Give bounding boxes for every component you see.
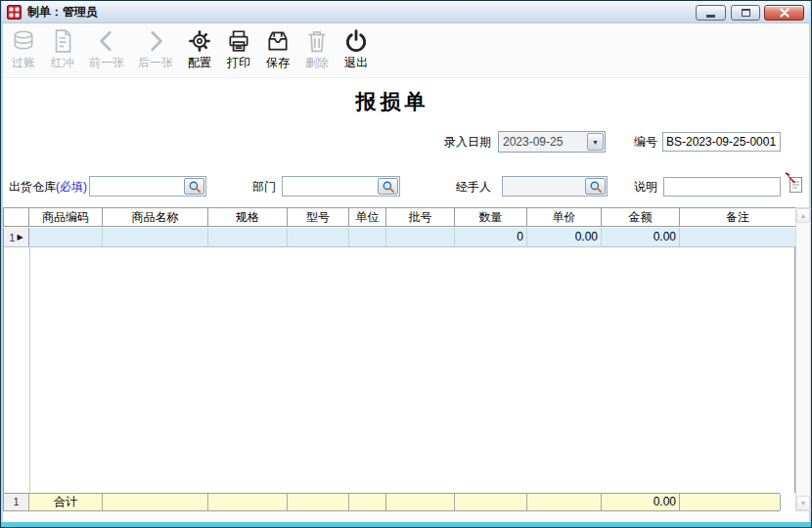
scroll-down-button[interactable]: ▼: [796, 496, 810, 510]
minimize-button[interactable]: [696, 5, 726, 21]
total-cell: [455, 494, 527, 510]
total-cell: [208, 494, 288, 510]
total-cell: [386, 494, 455, 510]
handler-lookup-button[interactable]: [585, 178, 606, 195]
cell-model[interactable]: [288, 228, 349, 246]
column-header: 型号: [288, 208, 349, 226]
magnifier-icon: [382, 180, 395, 194]
note-label: 说明: [634, 176, 657, 198]
minimize-icon: [706, 15, 715, 18]
cell-remark[interactable]: [680, 228, 796, 246]
total-cell: [288, 494, 349, 510]
cell-unit-price[interactable]: 0.00: [527, 228, 602, 246]
cell-amount[interactable]: 0.00: [602, 228, 680, 246]
row-selector-corner: [4, 208, 29, 226]
total-row-number: 1: [4, 494, 29, 510]
column-header: 单价: [527, 208, 602, 226]
chevron-down-icon: ▼: [592, 139, 599, 146]
close-icon: [780, 8, 789, 18]
column-header: 批号: [386, 208, 455, 226]
department-input[interactable]: [282, 176, 400, 197]
cell-product-name[interactable]: [103, 228, 208, 246]
edit-note-icon[interactable]: [785, 172, 804, 195]
column-header: 数量: [455, 208, 527, 226]
cell-unit[interactable]: [349, 228, 386, 246]
column-header: 单位: [349, 208, 386, 226]
titlebar: 制单：管理员: [2, 2, 810, 23]
cell-quantity[interactable]: 0: [455, 228, 527, 246]
vertical-scrollbar[interactable]: ▲ ▼: [795, 207, 811, 511]
doc-number-input[interactable]: [662, 132, 781, 152]
total-row: 1 合计 0.00: [3, 493, 780, 511]
column-header: 金额: [602, 208, 680, 226]
entry-date-label: 录入日期: [444, 131, 491, 153]
document-title: 报损单: [3, 88, 782, 115]
magnifier-icon: [589, 180, 603, 194]
total-label: 合计: [29, 494, 103, 510]
dropdown-button[interactable]: ▼: [587, 133, 604, 151]
note-input[interactable]: [663, 177, 781, 197]
cell-batch[interactable]: [386, 228, 455, 246]
app-icon: [7, 5, 22, 20]
entry-date-value: 2023-09-25: [499, 135, 587, 149]
form-area: 报损单 录入日期 2023-09-25 ▼ 编号 出货仓库(必填) 部门: [3, 23, 809, 521]
triangle-up-icon: ▲: [800, 212, 807, 219]
warehouse-lookup-button[interactable]: [184, 178, 204, 195]
column-header: 商品编码: [29, 208, 103, 226]
column-header: 备注: [680, 208, 796, 226]
total-cell: [103, 494, 208, 510]
handler-label: 经手人: [456, 176, 491, 198]
row-number: 1: [9, 232, 15, 243]
column-header: 商品名称: [103, 208, 208, 226]
doc-number-label: 编号: [634, 131, 657, 153]
cell-spec[interactable]: [208, 228, 288, 246]
handler-input[interactable]: [502, 176, 608, 197]
column-header: 规格: [208, 208, 288, 226]
grid-header: 商品编码 商品名称 规格 型号 单位 批号 数量 单价 金额 备注: [3, 207, 795, 227]
total-cell: [349, 494, 386, 510]
current-row-arrow-icon: ▶: [17, 233, 23, 242]
cell-product-code[interactable]: [29, 228, 103, 246]
row-header-column-line: [29, 247, 30, 493]
total-amount: 0.00: [602, 494, 680, 510]
grid-body: [3, 247, 795, 493]
warehouse-label: 出货仓库(必填): [9, 176, 87, 198]
close-button[interactable]: [764, 5, 804, 21]
window-title: 制单：管理员: [27, 4, 98, 21]
total-cell: [527, 494, 602, 510]
total-cell: [680, 494, 781, 510]
scroll-up-button[interactable]: ▲: [796, 208, 810, 223]
department-label: 部门: [252, 176, 276, 198]
required-hint: (必填): [56, 180, 87, 194]
table-row: 1 ▶ 0 0.00 0.00: [3, 228, 795, 247]
warehouse-input[interactable]: [89, 176, 206, 197]
row-header[interactable]: 1 ▶: [4, 228, 29, 246]
triangle-down-icon: ▼: [800, 500, 807, 506]
app-window: 制单：管理员 过账 红冲 前一张: [0, 0, 812, 528]
maximize-icon: [742, 9, 750, 17]
department-lookup-button[interactable]: [378, 178, 398, 195]
magnifier-icon: [188, 180, 202, 194]
entry-date-combobox[interactable]: 2023-09-25 ▼: [498, 131, 606, 153]
maximize-button[interactable]: [731, 5, 760, 21]
